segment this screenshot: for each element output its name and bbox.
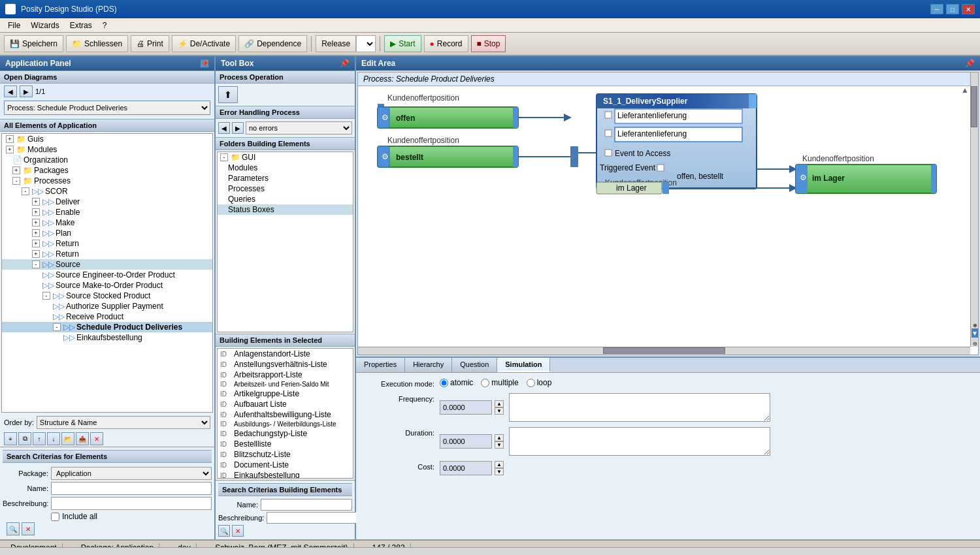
scroll-indicator[interactable]: ▼	[972, 328, 978, 338]
expand-icon[interactable]: +	[32, 198, 40, 206]
frequency-textarea[interactable]	[509, 393, 770, 422]
copy-element-button[interactable]: ⧉	[18, 432, 31, 445]
expand-icon[interactable]: +	[6, 135, 14, 143]
list-item[interactable]: IDDocument-Liste	[218, 460, 353, 470]
list-item[interactable]: Status Boxes	[218, 204, 353, 215]
list-item[interactable]: IDArbeitszeit- und Ferien-Saldo Mit	[218, 380, 353, 388]
list-item[interactable]: IDBlitzschutz-Liste	[218, 449, 353, 460]
list-item[interactable]: IDAnlagenstandort-Liste	[218, 349, 353, 359]
duration-down-button[interactable]: ▼	[495, 441, 504, 449]
open-button[interactable]: 📂	[61, 432, 74, 445]
menu-wizards[interactable]: Wizards	[25, 20, 64, 31]
expand-icon[interactable]: +	[6, 146, 14, 153]
release-select[interactable]	[356, 35, 376, 52]
close-button[interactable]: ✕	[962, 4, 975, 14]
expand-icon[interactable]: +	[32, 240, 40, 247]
list-item[interactable]: Queries	[218, 194, 353, 204]
expand-icon[interactable]: -	[53, 323, 61, 331]
error-back-button[interactable]: ◀	[218, 122, 230, 134]
edit-pin-icon[interactable]: 📌	[965, 59, 975, 68]
expand-icon[interactable]: +	[32, 219, 40, 227]
list-item[interactable]: IDAufbauart Liste	[218, 399, 353, 409]
loop-radio[interactable]	[527, 379, 535, 387]
expand-icon[interactable]: +	[32, 229, 40, 237]
name-input[interactable]	[51, 482, 212, 495]
list-item[interactable]: + ▷▷ Make	[2, 217, 212, 228]
list-item[interactable]: + 📁 Guis	[2, 134, 212, 144]
sim-hscroll[interactable]	[0, 547, 980, 555]
list-item[interactable]: Parameters	[218, 173, 353, 183]
building-name-input[interactable]	[261, 499, 352, 511]
move-down-button[interactable]: ↓	[47, 432, 60, 445]
error-forward-button[interactable]: ▶	[232, 122, 244, 134]
list-item[interactable]: + 📁 Packages	[2, 165, 212, 176]
list-item[interactable]: IDEinkaufsbestellung	[218, 470, 353, 479]
clear-search-button[interactable]: ✕	[22, 522, 35, 535]
vscroll-thumb[interactable]	[971, 86, 977, 127]
search-button[interactable]: 🔍	[7, 522, 20, 535]
cost-input[interactable]: 0.0000	[440, 461, 492, 475]
menu-help[interactable]: ?	[97, 20, 112, 31]
hscroll-thumb[interactable]	[603, 347, 725, 354]
expand-icon[interactable]: -	[32, 261, 40, 268]
deactivate-button[interactable]: ⚡ De/Activate	[172, 35, 236, 52]
list-item[interactable]: IDBestellliste	[218, 439, 353, 449]
expand-icon[interactable]: -	[42, 292, 50, 300]
stop-button[interactable]: ■ Stop	[471, 35, 506, 52]
expand-icon[interactable]: +	[12, 166, 20, 174]
list-item[interactable]: Modules	[218, 163, 353, 173]
list-item[interactable]: - 📁 GUI	[218, 152, 353, 163]
duration-input[interactable]: 0.0000	[440, 434, 492, 449]
canvas-area[interactable]: Process: Schedule Product Deliveries ▲ K…	[357, 72, 979, 355]
list-item[interactable]: + ▷▷ Enable	[2, 207, 212, 217]
building-search-button[interactable]: 🔍	[218, 525, 230, 537]
beschreibung-input[interactable]	[51, 497, 212, 510]
list-item[interactable]: - ▷▷ Schedule Product Deliveries	[2, 322, 212, 332]
tab-simulation[interactable]: Simulation	[497, 358, 550, 372]
building-elements-list[interactable]: IDAnlagenstandort-Liste IDAnstellungsver…	[217, 348, 353, 479]
diagram-back-button[interactable]: ◀	[4, 86, 17, 97]
list-item[interactable]: - ▷▷ Source Stocked Product	[2, 291, 212, 301]
cost-down-button[interactable]: ▼	[495, 468, 504, 475]
maximize-button[interactable]: □	[946, 4, 959, 14]
canvas-hscroll[interactable]	[358, 347, 970, 355]
menu-file[interactable]: File	[3, 20, 25, 31]
tab-question[interactable]: Question	[452, 358, 497, 372]
export-button[interactable]: 📤	[76, 432, 89, 445]
release-button[interactable]: Release	[316, 35, 356, 52]
zoom-out-button[interactable]: ⊖	[973, 341, 977, 347]
package-select[interactable]: Application GUI Modules	[51, 467, 212, 480]
list-item[interactable]: + ▷▷ Return	[2, 238, 212, 249]
frequency-up-button[interactable]: ▲	[495, 400, 504, 407]
atomic-radio[interactable]	[440, 379, 448, 387]
cost-up-button[interactable]: ▲	[495, 461, 504, 468]
zoom-in-button[interactable]: ⊕	[973, 323, 977, 328]
tab-hierarchy[interactable]: Hierarchy	[405, 358, 452, 372]
multiple-radio[interactable]	[481, 379, 489, 387]
minimize-button[interactable]: ─	[930, 4, 943, 14]
delete-button[interactable]: ✕	[90, 432, 103, 445]
expand-icon[interactable]: +	[32, 208, 40, 216]
list-item[interactable]: ▷▷ Source Engineer-to-Order Product	[2, 270, 212, 280]
duration-up-button[interactable]: ▲	[495, 434, 504, 441]
add-element-button[interactable]: +	[4, 432, 17, 445]
list-item[interactable]: ▷▷ Authorize Supplier Payment	[2, 301, 212, 311]
building-beschreibung-input[interactable]	[267, 512, 358, 524]
expand-icon[interactable]: +	[32, 250, 40, 258]
tab-properties[interactable]: Properties	[356, 358, 405, 372]
list-item[interactable]: - 📁 Processes	[2, 176, 212, 186]
schliessen-button[interactable]: 📁 Schliessen	[66, 35, 128, 52]
list-item[interactable]: + ▷▷ Return	[2, 249, 212, 259]
list-item[interactable]: ▷▷ Receive Product	[2, 311, 212, 322]
frequency-down-button[interactable]: ▼	[495, 407, 504, 415]
list-item[interactable]: 📄 Organization	[2, 155, 212, 165]
expand-icon[interactable]: -	[220, 153, 228, 161]
list-item[interactable]: IDArbeitsrapport-Liste	[218, 370, 353, 380]
list-item[interactable]: + 📁 Modules	[2, 144, 212, 155]
print-button[interactable]: 🖨 Print	[131, 35, 169, 52]
toolbox-pin-icon[interactable]: 📌	[340, 59, 350, 68]
expand-icon[interactable]: -	[12, 177, 20, 185]
list-item[interactable]: ▷▷ Source Make-to-Order Product	[2, 280, 212, 291]
list-item[interactable]: + ▷▷ Plan	[2, 228, 212, 238]
order-by-select[interactable]: Structure & Name Name Type	[37, 416, 210, 429]
